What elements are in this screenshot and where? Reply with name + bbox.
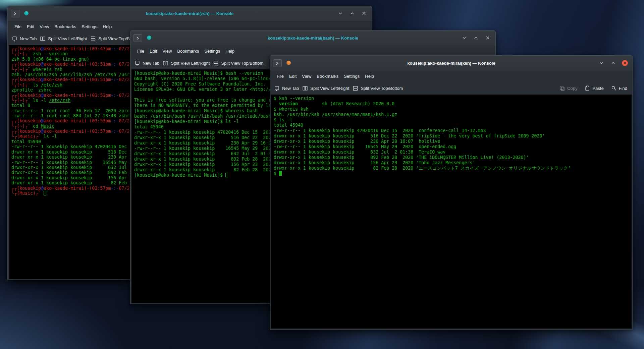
- terminal-line: version sh (AT&T Research) 2020.0.0: [274, 101, 632, 107]
- new-tab-label: New Tab: [143, 61, 159, 66]
- menu-settings[interactable]: Settings: [341, 74, 362, 79]
- konsole-window-ksh: kousekip:ako-kaede-mirai(ksh) — Konsole …: [270, 55, 633, 330]
- terminal-line: $ ls -l: [274, 117, 632, 123]
- menu-file[interactable]: File: [274, 74, 286, 79]
- find-button[interactable]: Find: [611, 85, 627, 91]
- split-tb-label: Split View Top/Bottom: [361, 86, 403, 91]
- terminal-line: drwxr-xr-x 1 kousekip kousekip 632 Jul 2…: [274, 150, 632, 155]
- new-tab-button[interactable]: New Tab: [274, 85, 299, 91]
- menu-settings[interactable]: Settings: [79, 24, 100, 29]
- terminal-line: drwxr-xr-x 1 kousekip kousekip 892 Feb 2…: [274, 155, 632, 160]
- copy-button[interactable]: Copy: [559, 85, 577, 91]
- window-title: kousekip:ako-kaede-mirai(bash) — Konsole: [130, 31, 495, 46]
- new-tab-label: New Tab: [20, 36, 37, 41]
- konsole-app-icon[interactable]: [273, 59, 282, 67]
- split-view-top-bottom-button[interactable]: Split View Top/Bottom: [213, 60, 263, 66]
- terminal-line: drwxr-xr-x 1 kousekip kousekip 82 Feb 28…: [274, 166, 632, 171]
- minimize-button[interactable]: [461, 35, 467, 41]
- split-view-left-right-button[interactable]: Split View Left/Right: [163, 60, 210, 66]
- menu-bookmarks[interactable]: Bookmarks: [174, 49, 202, 54]
- menu-bookmarks[interactable]: Bookmarks: [314, 74, 341, 79]
- close-button[interactable]: [361, 10, 367, 16]
- terminal-line: $ ksh --version: [274, 96, 632, 101]
- terminal-line: drwxr-xr-x 1 kousekip kousekip 156 Apr 2…: [274, 160, 632, 166]
- terminal-line: -rw-r--r-- 1 kousekip kousekip 47020416 …: [274, 128, 632, 133]
- new-tab-label: New Tab: [282, 86, 299, 91]
- menu-view[interactable]: View: [37, 24, 52, 29]
- konsole-app-icon[interactable]: [11, 10, 19, 17]
- split-view-top-bottom-button[interactable]: Split View Top/Bottom: [353, 85, 403, 91]
- minimize-button[interactable]: [337, 10, 343, 16]
- terminal-line: $ whereis ksh: [274, 107, 632, 112]
- menubar-bash: File Edit View Bookmarks Settings Help: [130, 46, 495, 56]
- konsole-app-icon[interactable]: [133, 34, 142, 42]
- menu-settings[interactable]: Settings: [202, 49, 223, 54]
- split-view-left-right-button[interactable]: Split View Left/Right: [302, 85, 349, 91]
- close-button[interactable]: [622, 60, 628, 66]
- menubar-ksh: File Edit View Bookmarks Settings Help: [270, 71, 633, 81]
- split-lr-label: Split View Left/Right: [48, 36, 87, 41]
- terminal-cursor: [279, 171, 282, 176]
- split-lr-label: Split View Left/Right: [310, 86, 349, 91]
- window-title: kousekip:ako-kaede-mirai(zsh) — Konsole: [8, 6, 372, 21]
- menu-bookmarks[interactable]: Bookmarks: [52, 24, 79, 29]
- new-tab-button[interactable]: New Tab: [12, 36, 37, 42]
- maximize-button[interactable]: [473, 35, 479, 41]
- titlebar-bash[interactable]: kousekip:ako-kaede-mirai(bash) — Konsole: [130, 31, 495, 46]
- menu-view[interactable]: View: [299, 74, 314, 79]
- terminal-cursor: [44, 191, 46, 195]
- menu-file[interactable]: File: [12, 24, 24, 29]
- session-color-dot: [286, 61, 291, 65]
- paste-button[interactable]: Paste: [585, 85, 603, 91]
- find-label: Find: [619, 86, 627, 91]
- terminal-line: drwxr-xr-x 1 kousekip kousekip 230 Apr 2…: [274, 139, 632, 144]
- window-title: kousekip:ako-kaede-mirai(ksh) — Konsole: [270, 56, 633, 71]
- session-color-dot: [147, 36, 151, 40]
- menu-help[interactable]: Help: [100, 24, 114, 29]
- terminal-line: drwxr-xr-x 1 kousekip kousekip 516 Dec 2…: [274, 133, 632, 139]
- close-button[interactable]: [485, 35, 491, 41]
- menu-edit[interactable]: Edit: [286, 74, 299, 79]
- menu-edit[interactable]: Edit: [147, 49, 160, 54]
- titlebar-ksh[interactable]: kousekip:ako-kaede-mirai(ksh) — Konsole: [270, 56, 633, 71]
- menu-edit[interactable]: Edit: [24, 24, 37, 29]
- new-tab-button[interactable]: New Tab: [135, 60, 159, 66]
- menu-help[interactable]: Help: [362, 74, 377, 79]
- split-tb-label: Split View Top/Bottom: [221, 61, 263, 66]
- menu-file[interactable]: File: [135, 49, 147, 54]
- maximize-button[interactable]: [610, 60, 616, 66]
- terminal-line: $: [274, 171, 632, 176]
- toolbar-ksh: New Tab Split View Left/Right Split View…: [270, 81, 633, 95]
- copy-label: Copy: [567, 86, 577, 91]
- paste-label: Paste: [592, 86, 603, 91]
- menu-view[interactable]: View: [160, 49, 174, 54]
- minimize-button[interactable]: [598, 60, 604, 66]
- terminal-area-ksh[interactable]: $ ksh --version version sh (AT&T Researc…: [271, 95, 632, 329]
- terminal-line: ksh: /usr/bin/ksh /usr/share/man/man1/ks…: [274, 112, 632, 117]
- menu-help[interactable]: Help: [223, 49, 237, 54]
- terminal-line: -rw-r--r-- 1 kousekip kousekip 16545 May…: [274, 144, 632, 150]
- maximize-button[interactable]: [349, 10, 355, 16]
- split-view-left-right-button[interactable]: Split View Left/Right: [40, 36, 87, 42]
- terminal-cursor: [225, 173, 228, 177]
- terminal-line: total 45940: [274, 123, 632, 128]
- split-lr-label: Split View Left/Right: [171, 61, 210, 66]
- titlebar-zsh[interactable]: kousekip:ako-kaede-mirai(zsh) — Konsole: [8, 6, 372, 21]
- session-color-dot: [24, 11, 29, 15]
